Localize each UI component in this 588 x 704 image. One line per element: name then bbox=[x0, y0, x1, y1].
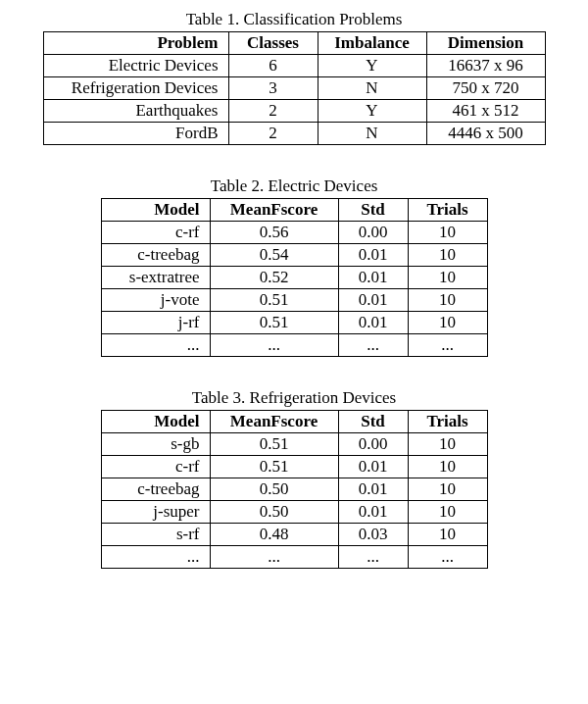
table3-cell: 0.51 bbox=[210, 433, 338, 456]
table2-caption: Table 2. Electric Devices bbox=[18, 176, 570, 196]
table1-caption: Table 1. Classification Problems bbox=[18, 10, 570, 29]
table3-cell: 10 bbox=[408, 478, 487, 501]
table1-cell: N bbox=[318, 77, 426, 100]
table2-cell: 10 bbox=[408, 289, 487, 312]
table3-cell: s-rf bbox=[101, 524, 210, 546]
table1-header-cell: Classes bbox=[228, 32, 318, 55]
table1-block: Table 1. Classification Problems Problem… bbox=[18, 10, 570, 145]
table-row: Electric Devices 6 Y 16637 x 96 bbox=[43, 55, 545, 77]
table2-header-row: Model MeanFscore Std Trials bbox=[101, 199, 487, 222]
table3-cell: c-rf bbox=[101, 456, 210, 478]
table3-caption: Table 3. Refrigeration Devices bbox=[18, 388, 570, 408]
table3-cell: 0.01 bbox=[338, 456, 408, 478]
table3-header-row: Model MeanFscore Std Trials bbox=[101, 411, 487, 433]
table-row: FordB 2 N 4446 x 500 bbox=[43, 123, 545, 145]
table3-cell: ... bbox=[210, 546, 338, 569]
table2-cell: 10 bbox=[408, 244, 487, 267]
table2-cell: s-extratree bbox=[101, 267, 210, 289]
table1-cell: 2 bbox=[228, 123, 318, 145]
table3-cell: 10 bbox=[408, 524, 487, 546]
table1-cell: Refrigeration Devices bbox=[43, 77, 228, 100]
table1-cell: 3 bbox=[228, 77, 318, 100]
table2-header-cell: Std bbox=[338, 199, 408, 222]
table3-header-cell: Model bbox=[101, 411, 210, 433]
table2-cell: 0.52 bbox=[210, 267, 338, 289]
table-row: s-rf 0.48 0.03 10 bbox=[101, 524, 487, 546]
table3-cell: ... bbox=[338, 546, 408, 569]
table3-header-cell: MeanFscore bbox=[210, 411, 338, 433]
table2: Model MeanFscore Std Trials c-rf 0.56 0.… bbox=[101, 198, 488, 357]
table3-cell: 10 bbox=[408, 433, 487, 456]
table2-cell: 0.01 bbox=[338, 312, 408, 334]
table2-cell: j-rf bbox=[101, 312, 210, 334]
table3-block: Table 3. Refrigeration Devices Model Mea… bbox=[18, 388, 570, 569]
table2-cell: 10 bbox=[408, 222, 487, 244]
table2-header-cell: MeanFscore bbox=[210, 199, 338, 222]
table3-cell: 0.03 bbox=[338, 524, 408, 546]
table1-cell: 6 bbox=[228, 55, 318, 77]
table3-cell: 0.50 bbox=[210, 478, 338, 501]
table-row: j-super 0.50 0.01 10 bbox=[101, 501, 487, 524]
table3-cell: c-treebag bbox=[101, 478, 210, 501]
table1: Problem Classes Imbalance Dimension Elec… bbox=[43, 31, 546, 145]
table-row: c-treebag 0.54 0.01 10 bbox=[101, 244, 487, 267]
table3-header-cell: Trials bbox=[408, 411, 487, 433]
table1-cell: Earthquakes bbox=[43, 100, 228, 123]
table-row: j-rf 0.51 0.01 10 bbox=[101, 312, 487, 334]
table2-cell: c-rf bbox=[101, 222, 210, 244]
table2-header-cell: Model bbox=[101, 199, 210, 222]
table3-header-cell: Std bbox=[338, 411, 408, 433]
table3-cell: j-super bbox=[101, 501, 210, 524]
table3-cell: 0.48 bbox=[210, 524, 338, 546]
table2-cell: 10 bbox=[408, 267, 487, 289]
table1-cell: Y bbox=[318, 55, 426, 77]
table2-cell: 0.51 bbox=[210, 289, 338, 312]
table-row: c-rf 0.56 0.00 10 bbox=[101, 222, 487, 244]
table2-cell: ... bbox=[210, 334, 338, 357]
table1-cell: 16637 x 96 bbox=[426, 55, 545, 77]
table2-cell: 0.51 bbox=[210, 312, 338, 334]
table2-cell: c-treebag bbox=[101, 244, 210, 267]
table1-header-cell: Imbalance bbox=[318, 32, 426, 55]
table2-cell: 0.01 bbox=[338, 267, 408, 289]
table-row: Refrigeration Devices 3 N 750 x 720 bbox=[43, 77, 545, 100]
table2-cell: j-vote bbox=[101, 289, 210, 312]
table2-cell: 0.54 bbox=[210, 244, 338, 267]
table2-cell: 0.01 bbox=[338, 289, 408, 312]
table-row: s-gb 0.51 0.00 10 bbox=[101, 433, 487, 456]
table2-cell: ... bbox=[101, 334, 210, 357]
table2-cell: 10 bbox=[408, 312, 487, 334]
table3-cell: 10 bbox=[408, 501, 487, 524]
table2-cell: ... bbox=[338, 334, 408, 357]
table3-cell: 0.01 bbox=[338, 501, 408, 524]
table3-cell: 0.50 bbox=[210, 501, 338, 524]
table-row: s-extratree 0.52 0.01 10 bbox=[101, 267, 487, 289]
table3-cell: ... bbox=[408, 546, 487, 569]
table3-cell: 0.51 bbox=[210, 456, 338, 478]
table1-cell: 2 bbox=[228, 100, 318, 123]
table1-cell: 4446 x 500 bbox=[426, 123, 545, 145]
table1-header-row: Problem Classes Imbalance Dimension bbox=[43, 32, 545, 55]
table-row: Earthquakes 2 Y 461 x 512 bbox=[43, 100, 545, 123]
table1-cell: FordB bbox=[43, 123, 228, 145]
table3: Model MeanFscore Std Trials s-gb 0.51 0.… bbox=[101, 410, 488, 569]
table1-cell: 461 x 512 bbox=[426, 100, 545, 123]
table-row: j-vote 0.51 0.01 10 bbox=[101, 289, 487, 312]
table1-header-cell: Problem bbox=[43, 32, 228, 55]
table-row: c-rf 0.51 0.01 10 bbox=[101, 456, 487, 478]
table3-cell: ... bbox=[101, 546, 210, 569]
table1-header-cell: Dimension bbox=[426, 32, 545, 55]
table1-cell: Electric Devices bbox=[43, 55, 228, 77]
table3-cell: 0.00 bbox=[338, 433, 408, 456]
table2-cell: 0.00 bbox=[338, 222, 408, 244]
table2-cell: ... bbox=[408, 334, 487, 357]
table2-cell: 0.01 bbox=[338, 244, 408, 267]
table3-cell: 0.01 bbox=[338, 478, 408, 501]
table-row: ... ... ... ... bbox=[101, 546, 487, 569]
table-row: c-treebag 0.50 0.01 10 bbox=[101, 478, 487, 501]
table1-cell: 750 x 720 bbox=[426, 77, 545, 100]
table2-block: Table 2. Electric Devices Model MeanFsco… bbox=[18, 176, 570, 357]
table2-cell: 0.56 bbox=[210, 222, 338, 244]
table3-cell: 10 bbox=[408, 456, 487, 478]
table-row: ... ... ... ... bbox=[101, 334, 487, 357]
